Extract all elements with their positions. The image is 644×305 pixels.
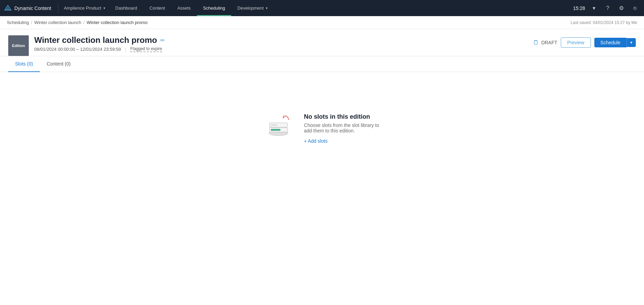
chevron-down-icon: ▾ (266, 6, 268, 10)
breadcrumb-scheduling[interactable]: Scheduling (7, 20, 29, 25)
nav-item-dashboard[interactable]: Dashboard (109, 0, 144, 16)
empty-state: No slots in this edition Choose slots fr… (0, 72, 644, 177)
edition-header: Edition Winter collection launch promo ✏… (0, 29, 644, 56)
draft-label: DRAFT (541, 40, 557, 45)
breadcrumb: Scheduling / Winter collection launch / … (7, 20, 148, 25)
settings-icon[interactable]: ⚙ (617, 3, 626, 13)
flagged-badge[interactable]: Flagged to expire (130, 46, 162, 52)
app-title: Dynamic Content (14, 5, 51, 11)
nav-separator (58, 3, 58, 13)
nav-items: Dashboard Content Assets Scheduling Deve… (109, 0, 573, 16)
empty-state-text: No slots in this edition Choose slots fr… (304, 113, 379, 144)
edition-header-left: Edition Winter collection launch promo ✏… (8, 35, 165, 56)
edition-thumbnail: Edition (8, 35, 29, 56)
edition-header-right: 🗒 DRAFT Preview Schedule ▾ (533, 37, 636, 54)
nav-product-label: Amplience Product (64, 5, 101, 11)
edition-title-row: Winter collection launch promo ✏ (34, 35, 165, 45)
help-icon[interactable]: ? (603, 3, 612, 13)
edition-title: Winter collection launch promo (34, 35, 157, 45)
sign-out-icon[interactable]: ⎋ (630, 3, 640, 13)
svg-rect-6 (271, 124, 277, 126)
slots-empty-icon (265, 113, 296, 144)
draft-indicator: 🗒 DRAFT (533, 39, 557, 46)
nav-right: 15:28 ▾ ? ⚙ ⎋ (573, 3, 640, 13)
breadcrumb-separator-2: / (83, 20, 85, 25)
edition-date-row: 08/01/2024 00:00:00 – 12/01/2024 23:59:5… (34, 46, 165, 52)
schedule-button[interactable]: Schedule (594, 38, 627, 47)
top-nav: Dynamic Content Amplience Product ▾ Dash… (0, 0, 644, 16)
empty-state-title: No slots in this edition (304, 113, 379, 120)
breadcrumb-separator-1: / (31, 20, 32, 25)
chevron-down-icon: ▾ (103, 6, 105, 10)
chevron-down-icon: ▾ (630, 40, 632, 45)
edition-date-range: 08/01/2024 00:00:00 – 12/01/2024 23:59:5… (34, 47, 121, 52)
nav-item-development[interactable]: Development ▾ (231, 0, 274, 16)
preview-button[interactable]: Preview (561, 37, 591, 48)
schedule-button-group: Schedule ▾ (594, 38, 636, 47)
nav-item-content[interactable]: Content (143, 0, 171, 16)
breadcrumb-winter-launch[interactable]: Winter collection launch (34, 20, 81, 25)
edition-info: Winter collection launch promo ✏ 08/01/2… (34, 35, 165, 52)
breadcrumb-current: Winter collection launch promo (87, 20, 148, 25)
content-area: Edition Winter collection launch promo ✏… (0, 29, 644, 305)
draft-icon: 🗒 (533, 39, 539, 46)
breadcrumb-bar: Scheduling / Winter collection launch / … (0, 16, 644, 29)
nav-item-scheduling[interactable]: Scheduling (197, 0, 231, 16)
tabs-bar: Slots (0) Content (0) (0, 56, 644, 72)
app-logo[interactable] (4, 4, 12, 12)
svg-rect-4 (271, 129, 281, 131)
nav-item-assets[interactable]: Assets (171, 0, 197, 16)
edit-icon[interactable]: ✏ (160, 37, 165, 44)
empty-state-desc: Choose slots from the slot library toadd… (304, 122, 379, 133)
last-saved-label: Last saved: 04/01/2024 15:27 by Me (571, 20, 637, 25)
tab-slots[interactable]: Slots (0) (8, 56, 40, 72)
add-slots-link[interactable]: + Add slots (304, 138, 379, 144)
nav-product-selector[interactable]: Amplience Product ▾ (60, 0, 109, 16)
nav-time: 15:28 (573, 5, 585, 11)
schedule-dropdown-button[interactable]: ▾ (627, 38, 636, 47)
empty-content: No slots in this edition Choose slots fr… (265, 113, 379, 150)
nav-dropdown-icon[interactable]: ▾ (589, 3, 599, 13)
tab-content[interactable]: Content (0) (40, 56, 77, 72)
